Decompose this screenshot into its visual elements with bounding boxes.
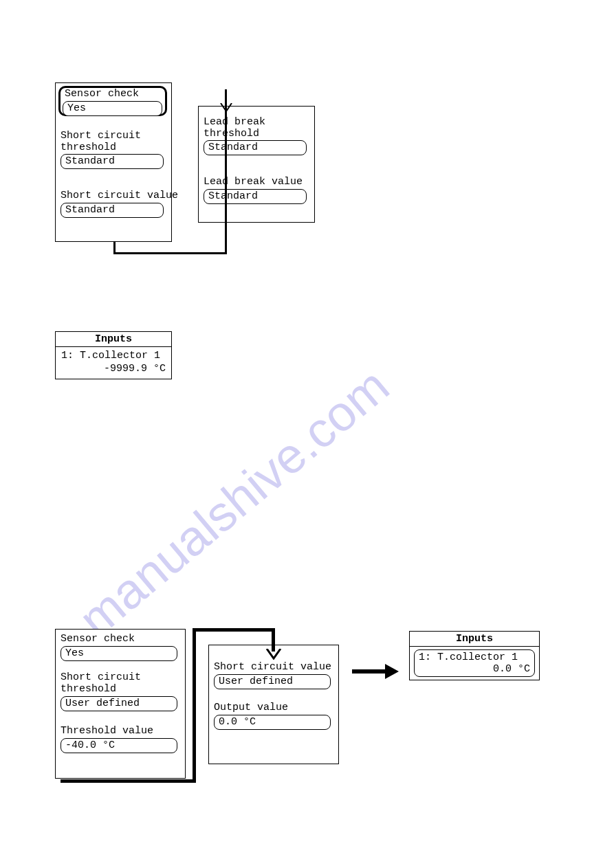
inputs-box-1: Inputs 1: T.collector 1 -9999.9 °C [55,331,172,379]
lb-threshold-field[interactable]: Standard [204,140,307,155]
thresh-val-value: -40.0 °C [65,739,115,751]
thresh-val-label: Threshold value [61,726,153,737]
inputs2-line2: 0.0 °C [419,663,530,675]
inputs-title-2: Inputs [410,632,539,647]
sensor-check-label-bot: Sensor check [61,634,135,645]
inputs-title-1: Inputs [56,332,171,347]
output-value-value: 0.0 °C [219,716,256,728]
watermark-text: manualshive.com [68,357,399,648]
output-value-label: Output value [214,702,288,714]
lb-value-value: Standard [208,190,258,202]
sc-value-value-bot: User defined [219,676,293,687]
output-value-field[interactable]: 0.0 °C [214,715,331,730]
sensor-check-group-top: Sensor check Yes [58,86,167,116]
sc-threshold-field-top[interactable]: Standard [61,154,164,169]
inputs1-line1: 1: T.collector 1 [61,350,166,363]
sensor-check-value-bot: Yes [65,647,84,659]
sc-value-field-top[interactable]: Standard [61,203,164,218]
connector-top-right [113,252,227,254]
sc-value-label-top: Short circuit value [61,190,178,202]
connector-bot-top [193,628,275,632]
sensor-check-field-top[interactable]: Yes [63,101,162,116]
connector-bot-right [61,779,196,783]
sc-value-field-bot[interactable]: User defined [214,674,331,689]
inputs-box-2: Inputs 1: T.collector 1 0.0 °C [409,631,540,680]
sensor-check-label-top: Sensor check [65,89,161,100]
inputs1-line2: -9999.9 °C [61,363,166,376]
lb-threshold-label: Lead break threshold [204,117,265,140]
sc-value-value-top: Standard [65,204,115,216]
lb-value-field[interactable]: Standard [204,189,307,204]
sensor-check-field-bot[interactable]: Yes [61,646,177,661]
sc-threshold-value-top: Standard [65,155,115,167]
sc-threshold-label-bot: Short circuit threshold [61,672,141,695]
lb-threshold-value: Standard [208,142,258,153]
svg-marker-1 [385,664,399,679]
inputs2-line1: 1: T.collector 1 [419,652,530,663]
sc-threshold-value-bot: User defined [65,698,140,709]
connector-top-up [225,89,227,254]
sensor-check-value-top: Yes [67,102,86,114]
sc-threshold-label-top: Short circuit threshold [61,131,141,153]
connector-bot-up [193,628,196,783]
lb-value-label: Lead break value [204,177,303,188]
sc-value-label-bot: Short circuit value [214,662,331,674]
right-arrow [351,661,399,682]
sc-threshold-field-bot[interactable]: User defined [61,696,177,711]
thresh-val-field[interactable]: -40.0 °C [61,738,177,753]
arrowhead-bot [265,649,282,660]
arrowhead-top [219,103,233,113]
connector-bot-down [272,628,275,652]
